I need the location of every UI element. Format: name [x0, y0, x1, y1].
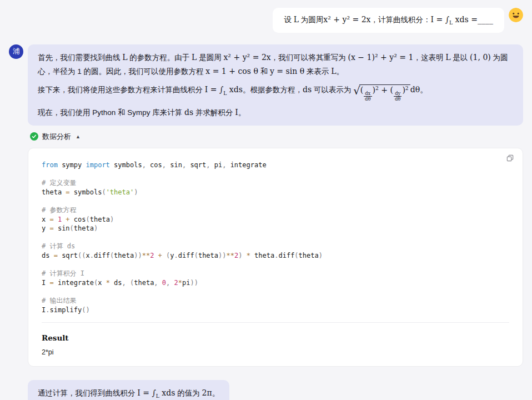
code-token: ds — [114, 279, 122, 287]
text-segment: ( — [360, 85, 363, 94]
collapse-caret-icon: ▲ — [76, 134, 81, 139]
code-line: # 参数方程 — [42, 206, 509, 214]
assistant-intro-bubble: 首先，我们需要找到曲线 L 的参数方程。由于 L 是圆周 x² + y² = 2… — [28, 44, 523, 126]
text-segment: 的值为 — [175, 389, 202, 397]
text-segment: 是以 — [451, 53, 470, 62]
code-token: * — [102, 279, 114, 287]
code-token: = — [66, 188, 73, 196]
text-segment: 的参数方程。由于 — [128, 53, 192, 62]
paragraph: 现在，我们使用 Python 和 Sympy 库来计算 ds 并求解积分 I。 — [38, 106, 513, 119]
code-token: x — [86, 252, 90, 259]
text-segment: 为圆周 — [299, 16, 323, 24]
result-value: 2*pi — [42, 348, 509, 356]
user-message-bubble: 设 L 为圆周x² + y² = 2x，计算曲线积分：I = ∫L xds =_… — [273, 8, 504, 33]
code-token: diff — [278, 252, 294, 259]
text-segment: 2 — [405, 85, 409, 91]
assistant-avatar: 浦 — [9, 44, 23, 59]
code-token: integrate — [230, 161, 267, 169]
text-segment: I = ∫ — [137, 388, 156, 397]
copy-code-button[interactable] — [506, 154, 515, 163]
code-token: sqrt — [62, 252, 78, 259]
code-token: sin — [58, 224, 70, 232]
code-token: theta — [134, 279, 154, 287]
code-panel: from sympy import symbols, cos, sin, sqr… — [28, 148, 523, 367]
text-segment: 2π — [202, 388, 212, 397]
code-token: # 参数方程 — [42, 206, 76, 214]
code-line: ​ — [42, 287, 509, 296]
text-segment: (1, 0) — [470, 53, 491, 62]
code-token: = — [49, 279, 57, 287]
code-token: import — [86, 161, 109, 169]
assistant-conclusion-bubble: 通过计算，我们得到曲线积分 I = ∫L xds 的值为 2π。 所以最终答案是… — [28, 380, 229, 400]
code-token: )) — [218, 252, 226, 259]
code-block: from sympy import symbols, cos, sin, sqr… — [42, 161, 509, 314]
code-token: ) — [319, 252, 323, 259]
text-segment: x = 1 + cos θ — [205, 67, 258, 76]
text-segment: 。 — [420, 86, 428, 94]
code-token: symbols — [110, 161, 142, 169]
text-segment: L — [122, 53, 127, 62]
code-line: ​ — [42, 197, 509, 206]
text-segment: dydθ — [394, 91, 401, 102]
text-segment: ds — [184, 108, 193, 117]
code-line: ds = sqrt((x.diff(theta))**2 + (y.diff(t… — [42, 251, 509, 260]
tool-section-label: 数据分析 — [42, 132, 71, 142]
code-token: ( — [102, 188, 106, 196]
code-token: theta — [42, 188, 66, 196]
user-avatar — [509, 8, 523, 22]
code-token: = — [54, 252, 62, 259]
code-token: theta — [74, 224, 94, 232]
code-token: )) — [190, 279, 198, 287]
code-token: integrate — [58, 279, 94, 287]
text-segment: xds — [159, 388, 175, 397]
code-token: , — [206, 161, 214, 169]
code-token: ** — [226, 252, 234, 259]
code-token: diff — [178, 252, 194, 259]
code-line: # 计算 ds — [42, 242, 509, 251]
code-line: from sympy import symbols, cos, sin, sqr… — [42, 161, 509, 169]
code-token: theta — [198, 252, 218, 259]
text-segment: 首先，我们需要找到曲线 — [38, 53, 122, 62]
code-line: ​ — [42, 260, 509, 269]
result-divider — [42, 322, 509, 323]
code-line: ​ — [42, 233, 509, 242]
code-token: simplify — [49, 306, 82, 314]
code-token: cos — [74, 216, 86, 223]
text-segment: 是圆周 — [197, 53, 223, 62]
text-segment: dθ — [410, 85, 420, 94]
code-token: , — [166, 279, 174, 287]
text-segment: ds — [303, 85, 312, 94]
code-token: 'theta' — [106, 188, 134, 196]
code-token: pi — [182, 279, 190, 287]
code-token: )) — [134, 252, 142, 259]
code-token: theta — [299, 252, 319, 259]
text-segment: ，计算曲线积分： — [371, 16, 431, 24]
code-token: cos — [150, 161, 162, 169]
assistant-avatar-label: 浦 — [13, 47, 20, 56]
text-segment: xds = — [453, 15, 478, 24]
paragraph: 首先，我们需要找到曲线 L 的参数方程。由于 L 是圆周 x² + y² = 2… — [38, 51, 513, 78]
code-token: ( — [86, 216, 90, 223]
text-segment: L — [294, 15, 299, 24]
code-token: = — [49, 216, 57, 223]
code-line: y = sin(theta) — [42, 224, 509, 233]
code-token: x — [42, 216, 49, 223]
code-token: (( — [78, 252, 86, 259]
code-token: theta — [254, 252, 274, 259]
paragraph: 接下来，我们将使用这些参数方程来计算曲线积分 I = ∫L xds。根据参数方程… — [38, 82, 513, 102]
tool-section-toggle[interactable]: 数据分析 ▲ — [30, 132, 81, 142]
text-segment: L — [445, 53, 450, 62]
code-token: . — [174, 252, 178, 259]
text-segment: 可以表示为 — [312, 86, 353, 94]
text-segment: y = sin θ — [270, 67, 304, 76]
code-line: # 输出结果 — [42, 296, 509, 305]
result-heading: Result — [42, 333, 509, 342]
code-token: ( — [194, 252, 198, 259]
code-token: ) — [134, 188, 138, 196]
code-token: ) — [94, 224, 98, 232]
copy-icon — [506, 154, 514, 162]
text-segment: dxdθ — [364, 91, 372, 102]
code-token: # 计算 ds — [42, 242, 75, 250]
text-segment: 接下来，我们将使用这些参数方程来计算曲线积分 — [38, 86, 205, 94]
code-token: = — [49, 224, 57, 232]
